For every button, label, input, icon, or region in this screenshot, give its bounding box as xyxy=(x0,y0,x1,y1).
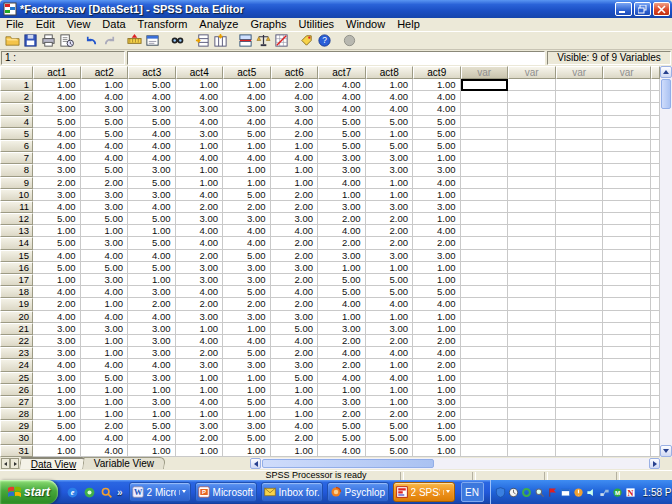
cell[interactable]: 3.00 xyxy=(33,103,81,115)
empty-cell[interactable] xyxy=(461,103,509,115)
cell[interactable]: 4.00 xyxy=(318,103,366,115)
task-button-2-micros-[interactable]: W2 Micros... xyxy=(129,482,191,502)
cell[interactable]: 3.00 xyxy=(176,103,224,115)
cell[interactable]: 3.00 xyxy=(223,213,271,225)
cell[interactable]: 3.00 xyxy=(413,201,461,213)
cell[interactable]: 1.00 xyxy=(33,274,81,286)
task-group-dropdown-icon[interactable] xyxy=(443,490,452,495)
cell[interactable]: 3.00 xyxy=(33,372,81,384)
empty-cell[interactable] xyxy=(461,189,509,201)
cell[interactable]: 3.00 xyxy=(223,103,271,115)
cell[interactable]: 1.00 xyxy=(176,140,224,152)
cell[interactable]: 2.00 xyxy=(271,298,319,310)
cell[interactable]: 2.00 xyxy=(271,79,319,91)
row-header[interactable]: 14 xyxy=(0,237,33,249)
task-button-inbox-for-[interactable]: Inbox for... xyxy=(261,482,323,502)
task-button-psychlop-[interactable]: Psychlop... xyxy=(327,482,389,502)
cell[interactable]: 4.00 xyxy=(33,140,81,152)
cell[interactable]: 2.00 xyxy=(318,359,366,371)
cell[interactable]: 1.00 xyxy=(413,445,461,457)
cell[interactable]: 1.00 xyxy=(176,372,224,384)
cell[interactable]: 5.00 xyxy=(81,262,129,274)
empty-cell[interactable] xyxy=(508,323,556,335)
cell[interactable]: 1.00 xyxy=(413,372,461,384)
empty-cell[interactable] xyxy=(508,213,556,225)
empty-cell[interactable] xyxy=(508,177,556,189)
cell[interactable]: 3.00 xyxy=(128,347,176,359)
row-header[interactable]: 23 xyxy=(0,347,33,359)
title-bar[interactable]: *Factors.sav [DataSet1] - SPSS Data Edit… xyxy=(0,0,672,18)
cell[interactable]: 4.00 xyxy=(366,103,414,115)
cell[interactable]: 3.00 xyxy=(128,335,176,347)
cell[interactable]: 3.00 xyxy=(271,262,319,274)
antivirus-icon[interactable]: N xyxy=(625,487,636,498)
cell[interactable]: 1.00 xyxy=(128,274,176,286)
column-header-var[interactable]: var xyxy=(556,66,604,79)
empty-cell[interactable] xyxy=(556,420,604,432)
task-group-dropdown-icon[interactable] xyxy=(179,490,188,495)
cell[interactable]: 1.00 xyxy=(176,323,224,335)
taskbar-clock[interactable]: 1:58 PM xyxy=(643,487,672,498)
cell[interactable]: 5.00 xyxy=(318,140,366,152)
cell[interactable]: 2.00 xyxy=(176,201,224,213)
cell[interactable]: 4.00 xyxy=(81,445,129,457)
goto-case-icon[interactable] xyxy=(125,32,143,49)
empty-cell[interactable] xyxy=(603,432,651,444)
empty-cell[interactable] xyxy=(603,164,651,176)
cell[interactable]: 4.00 xyxy=(128,201,176,213)
row-header[interactable]: 17 xyxy=(0,274,33,286)
cell[interactable]: 1.00 xyxy=(81,408,129,420)
quick-launch-overflow-chevron[interactable]: » xyxy=(117,487,123,498)
cell[interactable]: 2.00 xyxy=(81,420,129,432)
cell[interactable]: 3.00 xyxy=(33,347,81,359)
row-header[interactable]: 19 xyxy=(0,298,33,310)
cell[interactable]: 4.00 xyxy=(271,286,319,298)
cell[interactable]: 1.00 xyxy=(223,177,271,189)
empty-cell[interactable] xyxy=(603,177,651,189)
cell[interactable]: 1.00 xyxy=(318,189,366,201)
task-button-microsoft-[interactable]: PMicrosoft ... xyxy=(195,482,257,502)
empty-cell[interactable] xyxy=(508,298,556,310)
cell[interactable]: 1.00 xyxy=(223,323,271,335)
cell[interactable]: 3.00 xyxy=(81,201,129,213)
shield-icon[interactable] xyxy=(495,487,506,498)
empty-cell[interactable] xyxy=(508,372,556,384)
cell[interactable]: 3.00 xyxy=(271,103,319,115)
task-button-2-spss[interactable]: 2 SPSS xyxy=(393,482,455,502)
cell[interactable]: 5.00 xyxy=(223,250,271,262)
cell[interactable]: 4.00 xyxy=(176,396,224,408)
empty-cell[interactable] xyxy=(508,432,556,444)
cell[interactable]: 2.00 xyxy=(271,347,319,359)
cell[interactable]: 1.00 xyxy=(176,384,224,396)
empty-cell[interactable] xyxy=(461,286,509,298)
empty-cell[interactable] xyxy=(556,225,604,237)
empty-cell[interactable] xyxy=(508,262,556,274)
cell[interactable]: 5.00 xyxy=(81,213,129,225)
scroll-up-button[interactable] xyxy=(660,66,672,78)
cell[interactable]: 4.00 xyxy=(318,91,366,103)
cell[interactable]: 1.00 xyxy=(128,384,176,396)
insert-cases-icon[interactable] xyxy=(193,32,211,49)
empty-cell[interactable] xyxy=(556,189,604,201)
empty-cell[interactable] xyxy=(508,189,556,201)
cell[interactable]: 5.00 xyxy=(366,432,414,444)
cell[interactable]: 3.00 xyxy=(33,189,81,201)
show-all-variables-icon[interactable] xyxy=(340,32,358,49)
cell[interactable]: 5.00 xyxy=(413,128,461,140)
empty-cell[interactable] xyxy=(461,298,509,310)
empty-cell[interactable] xyxy=(508,237,556,249)
vertical-scroll-thumb[interactable] xyxy=(661,79,671,109)
column-header-var[interactable]: var xyxy=(508,66,556,79)
cell[interactable]: 5.00 xyxy=(413,432,461,444)
cell[interactable]: 3.00 xyxy=(366,250,414,262)
cell[interactable]: 4.00 xyxy=(176,116,224,128)
cell[interactable]: 1.00 xyxy=(271,140,319,152)
row-header[interactable]: 15 xyxy=(0,250,33,262)
update-icon[interactable] xyxy=(573,487,584,498)
cell[interactable]: 4.00 xyxy=(128,128,176,140)
save-file-icon[interactable] xyxy=(21,32,39,49)
cell[interactable]: 2.00 xyxy=(271,128,319,140)
cell[interactable]: 3.00 xyxy=(176,420,224,432)
cell[interactable]: 5.00 xyxy=(318,432,366,444)
cell[interactable]: 4.00 xyxy=(223,335,271,347)
